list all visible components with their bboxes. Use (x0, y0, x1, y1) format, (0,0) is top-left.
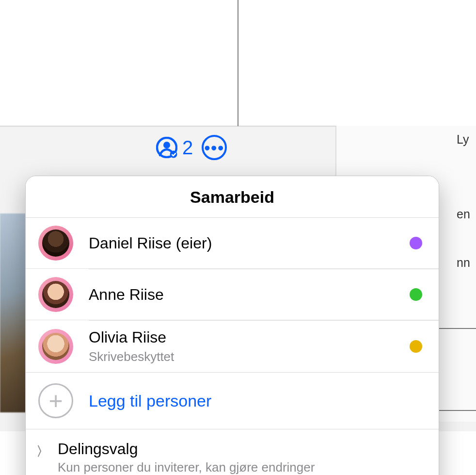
collaborator-row[interactable]: Anne Riise (26, 269, 439, 320)
popup-title: Samarbeid (26, 176, 439, 218)
collaboration-popup: Samarbeid Daniel Riise (eier) Anne Riise (25, 176, 439, 475)
sharing-options-title: Delingsvalg (58, 440, 315, 458)
ellipsis-icon: ••• (204, 139, 224, 156)
status-dot (410, 288, 422, 301)
document-thumbnail (0, 213, 29, 412)
plus-icon: + (38, 383, 73, 418)
status-dot (410, 340, 422, 353)
person-icon (156, 137, 177, 158)
collaborators-button[interactable]: 2 (156, 137, 193, 159)
more-button[interactable]: ••• (202, 135, 227, 160)
sidebar-tab-label[interactable]: Ly (457, 132, 469, 147)
callout-line (238, 0, 238, 126)
add-people-button[interactable]: + Legg til personer (26, 372, 439, 429)
collaborator-row[interactable]: Olivia Riise Skrivebeskyttet (26, 321, 439, 372)
avatar (38, 329, 73, 364)
sharing-options-subtitle: Kun personer du inviterer, kan gjøre end… (58, 460, 315, 475)
status-dot (410, 237, 422, 249)
add-people-label: Legg til personer (89, 392, 211, 410)
avatar (38, 277, 73, 312)
avatar (38, 226, 73, 261)
collaborator-name: Olivia Riise (89, 328, 174, 346)
collaborator-name: Daniel Riise (eier) (89, 234, 212, 252)
collaborator-count: 2 (182, 137, 193, 159)
sidebar-text-fragment: nn (457, 256, 470, 270)
chevron-right-icon: 〉 (36, 443, 49, 460)
collaboration-toolbar: 2 ••• (156, 127, 227, 168)
collaborator-permission: Skrivebeskyttet (89, 349, 174, 364)
svg-point-1 (163, 142, 170, 148)
collaborator-name: Anne Riise (89, 286, 164, 304)
collaborator-row[interactable]: Daniel Riise (eier) (26, 218, 439, 269)
svg-point-2 (170, 151, 177, 158)
sharing-options-row[interactable]: 〉 Delingsvalg Kun personer du inviterer,… (26, 429, 439, 475)
sidebar-text-fragment: en (457, 207, 470, 221)
